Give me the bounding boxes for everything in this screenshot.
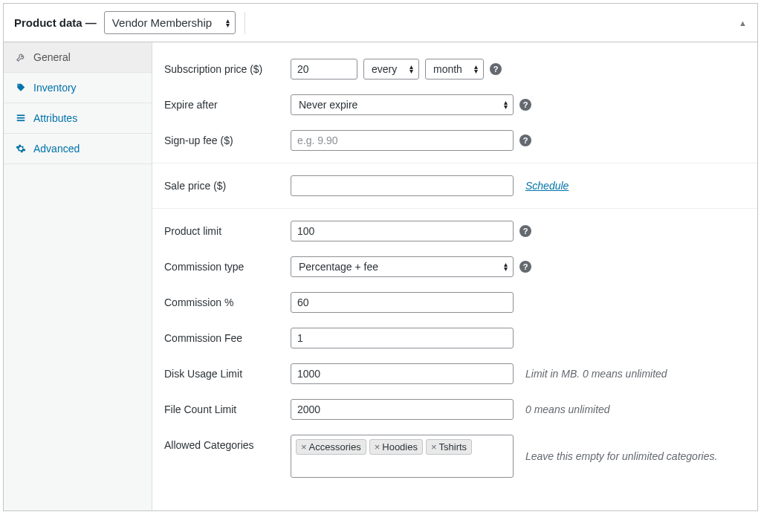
disk-usage-input[interactable] xyxy=(291,363,514,384)
field-product-limit: Product limit ? xyxy=(152,213,757,249)
field-signup-fee: Sign-up fee ($) ? xyxy=(152,123,757,158)
collapse-icon[interactable]: ▲ xyxy=(739,19,747,27)
product-limit-input[interactable] xyxy=(291,221,514,241)
gear-icon xyxy=(14,143,27,154)
field-commission-pct: Commission % xyxy=(152,285,757,320)
schedule-link[interactable]: Schedule xyxy=(525,180,569,192)
list-icon xyxy=(14,113,27,123)
field-commission-type: Commission type Percentage + fee ▴▾ ? xyxy=(152,249,757,285)
label-subscription-price: Subscription price ($) xyxy=(164,59,291,75)
commission-percent-input[interactable] xyxy=(291,292,514,313)
commission-fee-input[interactable] xyxy=(291,328,514,348)
billing-interval-select[interactable]: every xyxy=(363,59,419,80)
panel-body: General Inventory Attributes Advanced xyxy=(4,42,757,510)
commission-type-select[interactable]: Percentage + fee xyxy=(291,256,514,277)
label-commission-pct: Commission % xyxy=(164,292,291,308)
tab-label: Attributes xyxy=(33,112,77,124)
remove-tag-icon[interactable]: × xyxy=(375,441,380,452)
help-icon[interactable]: ? xyxy=(519,99,531,111)
tab-label: General xyxy=(33,51,71,63)
remove-tag-icon[interactable]: × xyxy=(301,441,307,452)
tab-attributes[interactable]: Attributes xyxy=(4,103,152,134)
svg-rect-2 xyxy=(17,120,25,121)
expire-after-select[interactable]: Never expire xyxy=(291,94,514,115)
allowed-categories-hint: Leave this empty for unlimited categorie… xyxy=(525,450,717,462)
category-tag: ×Hoodies xyxy=(369,439,423,455)
tab-label: Advanced xyxy=(33,143,80,155)
field-sale-price: Sale price ($) Schedule xyxy=(152,168,757,204)
field-subscription-price: Subscription price ($) every ▴▾ month ▴▾… xyxy=(152,51,757,87)
label-disk-usage: Disk Usage Limit xyxy=(164,363,291,380)
field-file-count: File Count Limit 0 means unlimited xyxy=(152,392,757,427)
label-commission-type: Commission type xyxy=(164,256,291,273)
sale-price-input[interactable] xyxy=(291,175,514,196)
tab-general[interactable]: General xyxy=(4,42,152,73)
label-commission-fee: Commission Fee xyxy=(164,328,291,344)
panel-header: Product data — Vendor Membership ▴▾ ▲ xyxy=(4,4,757,42)
tab-advanced[interactable]: Advanced xyxy=(4,134,152,164)
field-commission-fee: Commission Fee xyxy=(152,320,757,356)
category-tag: ×Accessories xyxy=(296,439,366,455)
label-sale-price: Sale price ($) xyxy=(164,175,291,192)
remove-tag-icon[interactable]: × xyxy=(431,441,437,452)
wrench-icon xyxy=(14,52,27,62)
svg-rect-1 xyxy=(17,117,25,119)
file-count-hint: 0 means unlimited xyxy=(525,403,610,415)
label-expire-after: Expire after xyxy=(164,94,291,111)
billing-period-select[interactable]: month xyxy=(425,59,484,80)
tab-label: Inventory xyxy=(33,82,77,94)
field-disk-usage: Disk Usage Limit Limit in MB. 0 means un… xyxy=(152,356,757,392)
category-tag: ×Tshirts xyxy=(426,439,472,455)
help-icon[interactable]: ? xyxy=(519,134,531,146)
label-product-limit: Product limit xyxy=(164,221,291,237)
divider xyxy=(152,208,757,209)
allowed-categories-input[interactable]: ×Accessories ×Hoodies ×Tshirts xyxy=(291,435,514,478)
tag-icon xyxy=(14,82,27,93)
field-allowed-categories: Allowed Categories ×Accessories ×Hoodies… xyxy=(152,427,757,485)
svg-rect-0 xyxy=(17,114,25,116)
signup-fee-input[interactable] xyxy=(291,130,514,151)
tab-content: Subscription price ($) every ▴▾ month ▴▾… xyxy=(152,42,757,510)
help-icon[interactable]: ? xyxy=(519,225,531,237)
disk-usage-hint: Limit in MB. 0 means unlimited xyxy=(525,368,667,380)
product-type-select[interactable]: Vendor Membership xyxy=(104,11,236,34)
subscription-price-input[interactable] xyxy=(291,59,357,80)
product-data-panel: Product data — Vendor Membership ▴▾ ▲ Ge… xyxy=(3,3,758,511)
divider xyxy=(152,163,757,163)
panel-title: Product data — xyxy=(14,16,97,29)
label-signup-fee: Sign-up fee ($) xyxy=(164,130,291,146)
file-count-input[interactable] xyxy=(291,399,514,420)
header-divider xyxy=(245,12,245,34)
tab-inventory[interactable]: Inventory xyxy=(4,73,152,103)
label-file-count: File Count Limit xyxy=(164,399,291,415)
field-expire-after: Expire after Never expire ▴▾ ? xyxy=(152,87,757,123)
tabs-nav: General Inventory Attributes Advanced xyxy=(4,42,152,510)
label-allowed-categories: Allowed Categories xyxy=(164,435,291,451)
help-icon[interactable]: ? xyxy=(490,63,502,75)
help-icon[interactable]: ? xyxy=(519,261,531,273)
